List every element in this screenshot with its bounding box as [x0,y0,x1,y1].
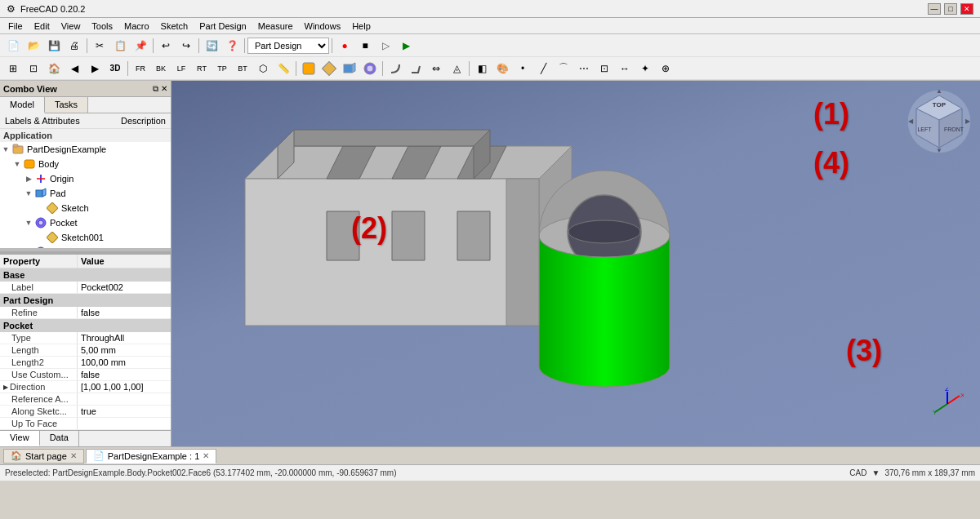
tree-item-pad[interactable]: Pad [0,186,171,201]
nav-cube[interactable]: TOP LEFT FRONT ▲ ▶ ▼ ◀ [906,89,972,154]
measure-tool[interactable]: 📏 [274,60,293,78]
pocket-tool-button[interactable] [360,60,380,78]
prop-value-length2[interactable]: 100,00 mm [78,357,171,368]
prop-value-refine[interactable]: false [78,307,171,318]
menu-sketch[interactable]: Sketch [156,20,194,33]
menu-file[interactable]: File [3,20,28,33]
view-right-button[interactable]: RT [192,60,212,78]
prop-row-direction[interactable]: ▶ Direction [1,00 1,00 1,00] [0,381,171,393]
viewport-3d[interactable]: (1) (2) (3) (4) TOP LEFT FRONT [172,81,980,446]
start-page-close[interactable]: ✕ [70,451,77,460]
prop-row-length[interactable]: Length 5,00 mm [0,344,171,357]
new-sketch-button[interactable] [319,60,339,78]
prop-row-type[interactable]: Type ThroughAll [0,332,171,344]
menu-edit[interactable]: Edit [29,20,55,33]
point-button[interactable]: • [513,60,532,78]
menu-partdesign[interactable]: Part Design [194,20,251,33]
close-button[interactable]: ✕ [960,3,973,15]
maximize-button[interactable]: □ [944,3,957,15]
run-macro-button[interactable]: ▶ [396,37,416,55]
prop-value-length[interactable]: 5,00 mm [78,344,171,356]
undo-button[interactable]: ↩ [156,37,176,55]
page-tab-partdesign[interactable]: 📄 PartDesignExample : 1 ✕ [86,449,217,464]
stop-macro-button[interactable]: ■ [355,37,375,55]
menu-view[interactable]: View [56,20,86,33]
more-button[interactable]: ⋯ [574,60,594,78]
menu-help[interactable]: Help [347,20,376,33]
new-button[interactable]: 📄 [3,37,23,55]
arc-button[interactable]: ⌒ [554,60,573,78]
prop-value-label[interactable]: Pocket002 [78,282,171,293]
appearance-button[interactable]: 🎨 [492,60,512,78]
constraint-button[interactable]: ⊡ [595,60,614,78]
prop-row-refine[interactable]: Refine false [0,307,171,319]
view-front-button[interactable]: FR [131,60,150,78]
chamfer-button[interactable] [406,60,425,78]
view-home-button[interactable]: 🏠 [44,60,64,78]
tab-tasks[interactable]: Tasks [45,97,88,113]
cut-button[interactable]: ✂ [90,37,109,55]
zoom-fit-button[interactable]: ⊞ [3,60,23,78]
mirrored-button[interactable]: ⇔ [426,60,446,78]
view-3d-button[interactable]: 3D [105,60,125,78]
view-iso-button[interactable]: ⬡ [253,60,273,78]
prop-value-reference[interactable] [78,393,171,405]
menu-macro[interactable]: Macro [119,20,154,33]
prop-value-along[interactable]: true [78,406,171,417]
extra2-button[interactable]: ⊕ [656,60,675,78]
save-button[interactable]: 💾 [44,37,64,55]
partdesign-tab-close[interactable]: ✕ [203,451,209,460]
copy-button[interactable]: 📋 [110,37,130,55]
zoom-sel-button[interactable]: ⊡ [24,60,43,78]
refresh-button[interactable]: 🔄 [202,37,221,55]
prop-value-direction[interactable]: [1,00 1,00 1,00] [78,381,171,393]
minimize-button[interactable]: — [928,3,941,15]
extra-button[interactable]: ✦ [635,60,655,78]
pad-tool-button[interactable] [340,60,359,78]
view-section-button[interactable]: ◧ [472,60,492,78]
prop-row-usecustom[interactable]: Use Custom... false [0,369,171,381]
view-back2-button[interactable]: BK [151,60,171,78]
line-button[interactable]: ╱ [533,60,553,78]
paste-button[interactable]: 📌 [131,37,150,55]
prop-value-type[interactable]: ThroughAll [78,332,171,344]
prop-row-uptoface[interactable]: Up To Face [0,418,171,430]
view-left-button[interactable]: LF [172,60,191,78]
view-back-button[interactable]: ◀ [65,60,84,78]
prop-row-length2[interactable]: Length2 100,00 mm [0,357,171,369]
view-fwd-button[interactable]: ▶ [85,60,105,78]
combo-float-button[interactable]: ⧉ [153,84,158,94]
redo-button[interactable]: ↪ [176,37,196,55]
bottom-tab-data[interactable]: Data [40,431,79,446]
fillet-button[interactable] [385,60,405,78]
page-tab-start[interactable]: 🏠 Start page ✕ [3,449,84,464]
tree-item-sketch001[interactable]: Sketch001 [0,230,171,245]
tab-model[interactable]: Model [0,97,45,113]
open-button[interactable]: 📂 [24,37,43,55]
new-body-button[interactable] [299,60,318,78]
prop-row-along[interactable]: Along Sketc... true [0,406,171,418]
draft-button[interactable]: ◬ [447,60,466,78]
workbench-dropdown[interactable]: Part Design [247,38,329,54]
tree-item-sketch[interactable]: Sketch [0,201,171,215]
record-macro-button[interactable]: ● [335,37,354,55]
prop-row-reference[interactable]: Reference A... [0,393,171,406]
tree-item-body[interactable]: Body [0,157,171,171]
tree-item-pocket[interactable]: Pocket [0,215,171,230]
combo-close-button[interactable]: ✕ [161,84,167,94]
macro-step-button[interactable]: ▷ [376,37,395,55]
menu-measure[interactable]: Measure [253,20,298,33]
print-button[interactable]: 🖨 [65,37,84,55]
prop-value-uptoface[interactable] [78,418,171,429]
menu-windows[interactable]: Windows [300,20,346,33]
bottom-tab-view[interactable]: View [0,431,40,446]
view-bottom-button[interactable]: BT [233,60,252,78]
tree-item-partdesign[interactable]: PartDesignExample [0,142,171,157]
dim-button[interactable]: ↔ [615,60,635,78]
view-top-button[interactable]: TP [212,60,232,78]
help-button[interactable]: ❓ [222,37,242,55]
tree-item-origin[interactable]: Origin [0,171,171,186]
prop-value-usecustom[interactable]: false [78,369,171,380]
menu-tools[interactable]: Tools [87,20,118,33]
cad-dropdown-icon[interactable]: ▼ [871,468,880,477]
